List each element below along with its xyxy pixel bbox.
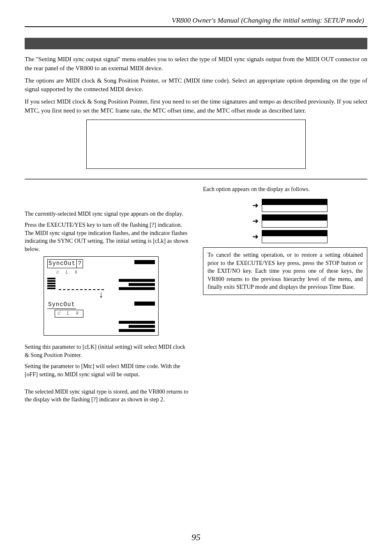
step2-text-a: The currently-selected MIDI sync signal … (25, 210, 189, 218)
step2-text-b: Press the EXECUTE/YES key to turn off th… (25, 221, 189, 253)
option-row-3: ➜ (252, 230, 367, 243)
arrow-right-icon: ➜ (252, 216, 258, 226)
header-rule (25, 26, 367, 27)
cancel-instructions-box: To cancel the setting operation, or to r… (203, 247, 367, 295)
page-number: 95 (0, 532, 392, 543)
page-header-title: VR800 Owner's Manual (Changing the initi… (25, 16, 367, 25)
lcd1-indicator-block (134, 260, 155, 264)
option-display-2 (262, 214, 327, 228)
step3-text-b: Setting the parameter to [Mtc] will sele… (25, 362, 189, 378)
lcd2-indicator-block (134, 302, 155, 306)
lcd2-right-block (119, 321, 155, 332)
lcd1-question-mark: ? (76, 259, 83, 268)
right-column: Each option appears on the display as fo… (203, 185, 367, 407)
lcd1-right-block (119, 279, 155, 290)
down-arrow-icon: ↓ (47, 292, 155, 298)
two-column-layout: The currently-selected MIDI sync signal … (25, 185, 367, 407)
options-intro-text: Each option appears on the display as fo… (203, 185, 367, 193)
option-row-1: ➜ (252, 199, 367, 212)
intro-paragraph-3: If you select MIDI clock & Song Position… (25, 97, 367, 115)
lcd1-vu-meter (47, 278, 55, 290)
step4-text: The selected MIDI sync signal type is st… (25, 388, 189, 404)
step3-text-a: Setting this parameter to [cLK] (initial… (25, 343, 189, 359)
section-divider (25, 179, 367, 180)
intro-paragraph-2: The options are MIDI clock & Song Positi… (25, 76, 367, 94)
section-heading-banner (25, 38, 367, 49)
left-column: The currently-selected MIDI sync signal … (25, 185, 189, 407)
lcd1-subtext: c L k (56, 269, 155, 276)
empty-note-box (86, 120, 306, 169)
arrow-right-icon: ➜ (252, 200, 258, 211)
option-display-3 (262, 230, 327, 243)
lcd1-dash-row (59, 288, 104, 290)
intro-paragraph-1: The "Setting MIDI sync output signal" me… (25, 55, 367, 73)
lcd-display-diagram: SyncOut? c L k ↓ SyncOut c L k (44, 256, 159, 336)
option-row-2: ➜ (252, 214, 367, 228)
lcd2-subtext: c L k (55, 310, 83, 318)
option-display-1 (262, 199, 327, 212)
lcd1-title: SyncOut (47, 259, 77, 268)
lcd2-title: SyncOut (47, 301, 76, 309)
arrow-right-icon: ➜ (252, 232, 258, 242)
